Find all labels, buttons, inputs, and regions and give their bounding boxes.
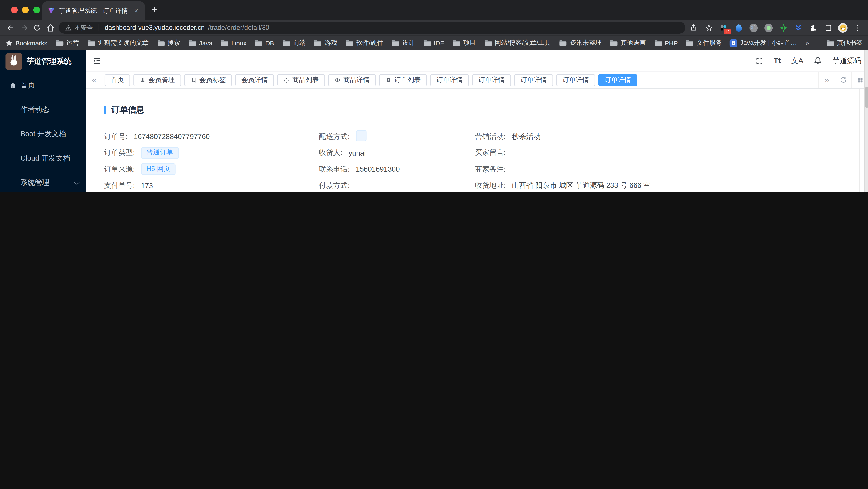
app-logo[interactable]: 芋道管理系统 <box>0 50 86 73</box>
field-label: 联系电话: <box>319 164 350 174</box>
tab-close-icon[interactable] <box>133 7 140 14</box>
bookmark-folder[interactable]: Linux <box>221 39 246 46</box>
bookmark-folder[interactable]: 近期需要读的文章 <box>87 39 149 47</box>
tag-tab-order-detail[interactable]: 订单详情 <box>472 74 511 86</box>
bookmarks-divider <box>817 39 818 47</box>
split-view-icon[interactable] <box>823 23 833 33</box>
url-separator <box>98 24 99 31</box>
reload-icon[interactable] <box>32 23 42 33</box>
bookmark-folder[interactable]: 项目 <box>453 39 476 47</box>
bookmark-star-icon[interactable] <box>704 23 714 33</box>
extension-star-icon[interactable] <box>778 23 788 33</box>
folder-icon <box>283 39 290 46</box>
bookmark-folder[interactable]: DB <box>255 39 274 46</box>
tag-tab-member-tag[interactable]: 会员标签 <box>184 74 232 86</box>
extension-greendot-icon[interactable] <box>763 23 773 33</box>
bookmark-folder[interactable]: IDE <box>423 39 444 46</box>
tag-tab-order-detail[interactable]: 订单详情 <box>514 74 553 86</box>
extension-command-icon[interactable] <box>748 23 758 33</box>
folder-icon <box>610 39 618 46</box>
tags-scroll-left-icon[interactable] <box>86 72 102 88</box>
refresh-page-icon[interactable] <box>835 72 851 88</box>
web-page: 芋道管理系统 首页 作者动态 Boot 开发文档 Cloud 开发文档 系统管理… <box>0 50 868 192</box>
tag-tab-member-manage[interactable]: 会员管理 <box>133 74 181 86</box>
bookmark-folder[interactable]: PHP <box>654 39 678 46</box>
not-secure-icon <box>65 25 71 31</box>
extension-balloon-icon[interactable] <box>734 23 744 33</box>
sidebar-item-home[interactable]: 首页 <box>0 73 86 97</box>
tag-tab-order-detail[interactable]: 订单详情 <box>430 74 469 86</box>
fullscreen-icon[interactable] <box>755 57 763 65</box>
site-favicon <box>48 7 55 14</box>
browser-profile-avatar[interactable] <box>838 23 847 32</box>
sidebar-item-cloud-docs[interactable]: Cloud 开发文档 <box>0 146 86 171</box>
folder-icon <box>157 39 165 46</box>
bookmark-folder[interactable]: 其他语言 <box>610 39 646 47</box>
new-tab-button[interactable] <box>152 4 157 16</box>
field-label: 订单类型: <box>104 148 135 158</box>
font-size-icon[interactable] <box>774 57 780 65</box>
browser-tab[interactable]: 芋道管理系统 - 订单详情 <box>42 1 145 20</box>
bookmark-folder[interactable]: 设计 <box>392 39 415 47</box>
sidebar-item-system[interactable]: 系统管理 <box>0 171 86 192</box>
tag-tab-order-list[interactable]: 订单列表 <box>379 74 427 86</box>
bookmark-pinned-site[interactable]: Java开发 | 小组首… <box>730 39 797 47</box>
back-icon[interactable] <box>5 23 16 33</box>
language-icon[interactable] <box>791 56 803 66</box>
tag-tab-order-detail-active[interactable]: 订单详情 <box>598 74 637 86</box>
bookmark-folder[interactable]: 运营 <box>56 39 79 47</box>
page-scrollbar[interactable] <box>864 50 868 192</box>
minimize-window-button[interactable] <box>22 7 29 13</box>
tags-scroll-right-icon[interactable] <box>818 72 835 88</box>
folder-icon <box>392 39 399 46</box>
field-label: 收货人: <box>319 148 342 158</box>
bookmark-folder[interactable]: Java <box>189 39 213 46</box>
folder-icon <box>255 39 262 46</box>
bookmark-folder[interactable]: 前端 <box>283 39 306 47</box>
collapse-menu-icon[interactable] <box>92 56 101 65</box>
sidebar-item-author-news[interactable]: 作者动态 <box>0 97 86 122</box>
tag-tab-product-list[interactable]: 商品列表 <box>277 74 325 86</box>
bookmark-folder[interactable]: 搜索 <box>157 39 180 47</box>
close-window-button[interactable] <box>11 7 18 13</box>
bookmarks-overflow-icon[interactable] <box>805 39 809 47</box>
scrollbar-thumb[interactable] <box>865 87 868 108</box>
pay-no: 173 <box>141 181 153 190</box>
notification-bell-icon[interactable] <box>814 57 822 65</box>
clipboard-icon <box>385 77 391 83</box>
url-path: /trade/order/detail/30 <box>208 24 269 32</box>
sidebar: 芋道管理系统 首页 作者动态 Boot 开发文档 Cloud 开发文档 系统管理… <box>0 50 86 192</box>
browser-menu-icon[interactable] <box>852 23 863 33</box>
main-panel: 芋道源码 首页 会员管理 会员标签 会员详情 商品列表 <box>86 50 868 192</box>
folder-icon <box>559 39 567 46</box>
field-label: 商家备注: <box>475 164 506 174</box>
home-icon[interactable] <box>45 23 56 33</box>
bookmark-folder[interactable]: 软件/硬件 <box>346 39 383 47</box>
tag-tab-home[interactable]: 首页 <box>105 74 130 86</box>
header-actions: 芋道源码 <box>755 56 861 66</box>
tag-tab-member-detail[interactable]: 会员详情 <box>235 74 274 86</box>
user-name[interactable]: 芋道源码 <box>833 56 861 66</box>
folder-icon <box>686 39 694 46</box>
screenshot-stage: 芋道管理系统 - 订单详情 不安全 dashboard-vue3.yudao.i… <box>0 0 868 192</box>
bookmark-folder-list: 运营 近期需要读的文章 搜索 Java Linux <box>56 39 721 47</box>
chevron-down-icon <box>74 179 80 185</box>
other-bookmarks-folder[interactable]: 其他书签 <box>827 39 862 47</box>
share-icon[interactable] <box>688 23 699 33</box>
url-bar[interactable]: 不安全 dashboard-vue3.yudao.iocoder.cn/trad… <box>59 22 685 34</box>
tag-tab-order-detail[interactable]: 订单详情 <box>556 74 595 86</box>
folder-icon <box>453 39 461 46</box>
extension-chevrons-icon[interactable] <box>793 23 803 33</box>
zoom-window-button[interactable] <box>33 7 40 13</box>
field-label: 收货地址: <box>475 181 506 190</box>
sidebar-item-boot-docs[interactable]: Boot 开发文档 <box>0 122 86 146</box>
extension-shortcuts-icon[interactable]: 12 <box>718 23 728 33</box>
bookmark-folder[interactable]: 游戏 <box>314 39 337 47</box>
bookmark-folder[interactable]: 文件服务器 <box>686 39 721 47</box>
bookmarks-root[interactable]: Bookmarks <box>5 39 47 47</box>
bookmark-folder[interactable]: 网站/博客/文章/工具 <box>484 39 551 47</box>
bookmark-folder[interactable]: 资讯未整理 <box>559 39 602 47</box>
extensions-puzzle-icon[interactable] <box>808 23 818 33</box>
forward-icon[interactable] <box>19 23 29 33</box>
tag-tab-product-detail[interactable]: 商品详情 <box>328 74 376 86</box>
